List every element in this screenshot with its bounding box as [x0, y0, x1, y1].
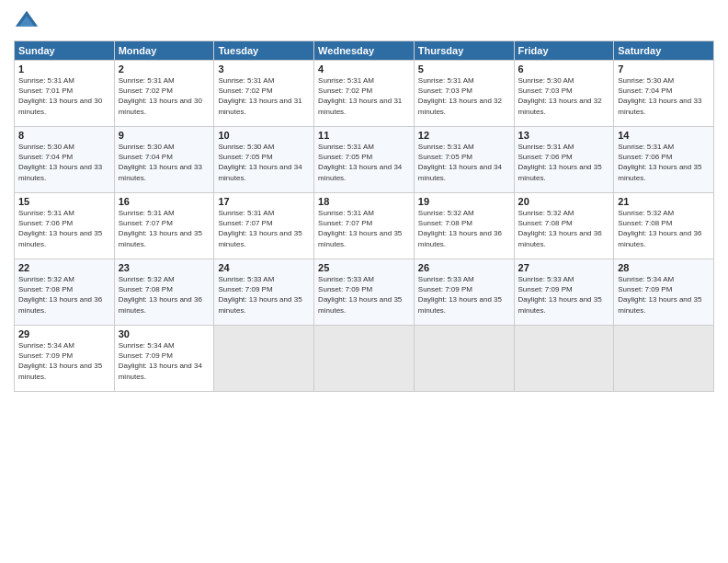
col-header-monday: Monday: [114, 41, 214, 61]
day-cell: 18Sunrise: 5:31 AMSunset: 7:07 PMDayligh…: [314, 193, 415, 259]
day-cell: 23Sunrise: 5:32 AMSunset: 7:08 PMDayligh…: [114, 259, 214, 326]
day-number: 23: [119, 262, 210, 273]
day-number: 17: [218, 196, 310, 207]
logo-icon: [14, 9, 40, 35]
day-number: 20: [518, 196, 610, 207]
col-header-wednesday: Wednesday: [314, 41, 415, 61]
day-info: Sunrise: 5:30 AMSunset: 7:04 PMDaylight:…: [18, 142, 110, 183]
day-info: Sunrise: 5:34 AMSunset: 7:09 PMDaylight:…: [618, 274, 710, 316]
day-info: Sunrise: 5:31 AMSunset: 7:07 PMDaylight:…: [218, 208, 310, 249]
week-row-1: 1Sunrise: 5:31 AMSunset: 7:01 PMDaylight…: [15, 61, 714, 127]
day-number: 10: [218, 130, 310, 141]
day-number: 15: [18, 196, 110, 207]
day-cell: 9Sunrise: 5:30 AMSunset: 7:04 PMDaylight…: [114, 127, 214, 193]
day-info: Sunrise: 5:33 AMSunset: 7:09 PMDaylight:…: [318, 274, 410, 316]
day-cell: 10Sunrise: 5:30 AMSunset: 7:05 PMDayligh…: [214, 127, 314, 193]
day-cell: 30Sunrise: 5:34 AMSunset: 7:09 PMDayligh…: [114, 326, 214, 392]
page: SundayMondayTuesdayWednesdayThursdayFrid…: [0, 0, 728, 563]
day-number: 25: [318, 262, 410, 273]
day-number: 27: [518, 262, 610, 273]
day-info: Sunrise: 5:31 AMSunset: 7:05 PMDaylight:…: [318, 142, 410, 183]
day-cell: [514, 326, 614, 392]
day-number: 24: [218, 262, 310, 273]
col-header-friday: Friday: [514, 41, 614, 61]
day-cell: [214, 326, 314, 392]
day-cell: 3Sunrise: 5:31 AMSunset: 7:02 PMDaylight…: [214, 61, 314, 127]
col-header-saturday: Saturday: [614, 41, 714, 61]
day-number: 8: [18, 130, 110, 141]
week-row-5: 29Sunrise: 5:34 AMSunset: 7:09 PMDayligh…: [15, 326, 714, 392]
day-cell: 14Sunrise: 5:31 AMSunset: 7:06 PMDayligh…: [614, 127, 714, 193]
day-info: Sunrise: 5:31 AMSunset: 7:07 PMDaylight:…: [318, 208, 410, 249]
week-row-2: 8Sunrise: 5:30 AMSunset: 7:04 PMDaylight…: [15, 127, 714, 193]
day-cell: 25Sunrise: 5:33 AMSunset: 7:09 PMDayligh…: [314, 259, 415, 326]
day-cell: 11Sunrise: 5:31 AMSunset: 7:05 PMDayligh…: [314, 127, 415, 193]
day-number: 29: [18, 328, 110, 339]
day-cell: 22Sunrise: 5:32 AMSunset: 7:08 PMDayligh…: [15, 259, 115, 326]
day-cell: 8Sunrise: 5:30 AMSunset: 7:04 PMDaylight…: [15, 127, 115, 193]
day-cell: 12Sunrise: 5:31 AMSunset: 7:05 PMDayligh…: [414, 127, 514, 193]
header-row: SundayMondayTuesdayWednesdayThursdayFrid…: [15, 41, 714, 61]
day-cell: 26Sunrise: 5:33 AMSunset: 7:09 PMDayligh…: [414, 259, 514, 326]
week-row-3: 15Sunrise: 5:31 AMSunset: 7:06 PMDayligh…: [15, 193, 714, 259]
day-number: 5: [418, 63, 510, 75]
day-cell: 2Sunrise: 5:31 AMSunset: 7:02 PMDaylight…: [114, 61, 214, 127]
day-info: Sunrise: 5:33 AMSunset: 7:09 PMDaylight:…: [518, 274, 610, 316]
day-number: 30: [119, 328, 210, 339]
day-cell: 24Sunrise: 5:33 AMSunset: 7:09 PMDayligh…: [214, 259, 314, 326]
day-number: 21: [618, 196, 710, 207]
day-number: 7: [618, 63, 710, 75]
day-info: Sunrise: 5:30 AMSunset: 7:05 PMDaylight:…: [218, 142, 310, 183]
day-number: 11: [318, 130, 410, 141]
day-cell: 19Sunrise: 5:32 AMSunset: 7:08 PMDayligh…: [414, 193, 514, 259]
day-cell: 7Sunrise: 5:30 AMSunset: 7:04 PMDaylight…: [614, 61, 714, 127]
day-cell: 17Sunrise: 5:31 AMSunset: 7:07 PMDayligh…: [214, 193, 314, 259]
day-cell: [614, 326, 714, 392]
day-number: 12: [418, 130, 510, 141]
day-cell: [414, 326, 514, 392]
day-info: Sunrise: 5:31 AMSunset: 7:01 PMDaylight:…: [18, 75, 110, 117]
day-cell: 5Sunrise: 5:31 AMSunset: 7:03 PMDaylight…: [414, 61, 514, 127]
week-row-4: 22Sunrise: 5:32 AMSunset: 7:08 PMDayligh…: [15, 259, 714, 326]
day-info: Sunrise: 5:31 AMSunset: 7:03 PMDaylight:…: [418, 75, 510, 117]
day-cell: 16Sunrise: 5:31 AMSunset: 7:07 PMDayligh…: [114, 193, 214, 259]
day-info: Sunrise: 5:31 AMSunset: 7:02 PMDaylight:…: [119, 75, 210, 117]
day-number: 6: [518, 63, 610, 75]
day-cell: 27Sunrise: 5:33 AMSunset: 7:09 PMDayligh…: [514, 259, 614, 326]
day-info: Sunrise: 5:32 AMSunset: 7:08 PMDaylight:…: [18, 274, 110, 316]
day-info: Sunrise: 5:30 AMSunset: 7:03 PMDaylight:…: [518, 75, 610, 117]
day-number: 19: [418, 196, 510, 207]
day-number: 13: [518, 130, 610, 141]
day-info: Sunrise: 5:32 AMSunset: 7:08 PMDaylight:…: [618, 208, 710, 249]
logo: [14, 9, 43, 35]
day-info: Sunrise: 5:34 AMSunset: 7:09 PMDaylight:…: [18, 340, 110, 382]
day-cell: 1Sunrise: 5:31 AMSunset: 7:01 PMDaylight…: [15, 61, 115, 127]
day-number: 4: [318, 63, 410, 75]
day-info: Sunrise: 5:31 AMSunset: 7:02 PMDaylight:…: [218, 75, 310, 117]
day-number: 1: [18, 63, 110, 75]
calendar-table: SundayMondayTuesdayWednesdayThursdayFrid…: [14, 40, 714, 392]
day-info: Sunrise: 5:30 AMSunset: 7:04 PMDaylight:…: [119, 142, 210, 183]
col-header-thursday: Thursday: [414, 41, 514, 61]
day-info: Sunrise: 5:31 AMSunset: 7:02 PMDaylight:…: [318, 75, 410, 117]
day-cell: 28Sunrise: 5:34 AMSunset: 7:09 PMDayligh…: [614, 259, 714, 326]
day-number: 18: [318, 196, 410, 207]
day-number: 9: [119, 130, 210, 141]
day-cell: 29Sunrise: 5:34 AMSunset: 7:09 PMDayligh…: [15, 326, 115, 392]
day-cell: 20Sunrise: 5:32 AMSunset: 7:08 PMDayligh…: [514, 193, 614, 259]
day-number: 22: [18, 262, 110, 273]
day-info: Sunrise: 5:30 AMSunset: 7:04 PMDaylight:…: [618, 75, 710, 117]
col-header-sunday: Sunday: [15, 41, 115, 61]
day-number: 26: [418, 262, 510, 273]
day-cell: 6Sunrise: 5:30 AMSunset: 7:03 PMDaylight…: [514, 61, 614, 127]
col-header-tuesday: Tuesday: [214, 41, 314, 61]
day-info: Sunrise: 5:31 AMSunset: 7:06 PMDaylight:…: [518, 142, 610, 183]
day-number: 2: [119, 63, 210, 75]
day-info: Sunrise: 5:31 AMSunset: 7:07 PMDaylight:…: [119, 208, 210, 249]
day-info: Sunrise: 5:31 AMSunset: 7:05 PMDaylight:…: [418, 142, 510, 183]
day-info: Sunrise: 5:31 AMSunset: 7:06 PMDaylight:…: [18, 208, 110, 249]
day-info: Sunrise: 5:32 AMSunset: 7:08 PMDaylight:…: [119, 274, 210, 316]
day-info: Sunrise: 5:33 AMSunset: 7:09 PMDaylight:…: [418, 274, 510, 316]
day-number: 14: [618, 130, 710, 141]
header: [14, 9, 714, 35]
